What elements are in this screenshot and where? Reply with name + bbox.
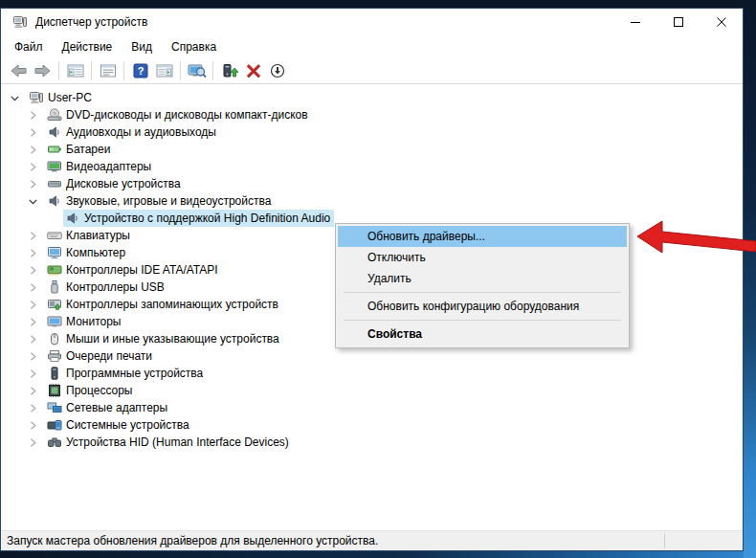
disable-button[interactable] [265,60,289,82]
uninstall-button[interactable] [241,60,265,82]
forward-button[interactable] [31,60,55,82]
tree-node[interactable]: DVD-дисководы и дисководы компакт-дисков [45,106,312,123]
chevron-right-icon[interactable] [29,123,45,141]
printer-icon [47,348,62,364]
tree-node-selected[interactable]: Устройство с поддержкой High Definition … [63,210,334,227]
tree-item-dvd-drives[interactable]: DVD-дисководы и дисководы компакт-дисков [1,106,743,123]
back-button[interactable] [7,60,31,82]
tree-item-print-queues[interactable]: Очереди печати [1,347,743,365]
menu-view[interactable]: Вид [122,36,162,57]
tree-node[interactable]: Процессоры [45,382,137,399]
menu-item-scan-hardware[interactable]: Обновить конфигурацию оборудования [338,296,627,317]
menu-help[interactable]: Справка [162,36,226,57]
annotation-arrow [622,216,756,262]
menu-item-disable-device[interactable]: Отключить [338,247,627,268]
show-action-pane-button[interactable] [152,60,176,82]
chevron-placeholder [47,210,63,227]
tree-item-audio-inputs-outputs[interactable]: Аудиовходы и аудиовыходы [1,123,743,141]
chevron-right-icon[interactable] [29,244,45,261]
chevron-right-icon[interactable] [29,416,45,434]
window-controls [613,9,743,35]
tree-node[interactable]: User-PC [27,89,96,106]
chevron-down-icon[interactable] [11,89,27,106]
chevron-right-icon[interactable] [29,330,45,347]
tree-node[interactable]: Аудиовходы и аудиовыходы [45,123,220,141]
chevron-right-icon[interactable] [29,434,45,451]
chevron-down-icon[interactable] [29,192,45,210]
tree-node[interactable]: Звуковые, игровые и видеоустройства [45,192,275,210]
tree-item-sound-video-game[interactable]: Звуковые, игровые и видеоустройства [1,192,743,210]
status-text: Запуск мастера обновления драйверов для … [1,534,664,547]
context-menu: Обновить драйверы...ОтключитьУдалитьОбно… [335,223,630,348]
update-driver-button[interactable] [217,60,241,82]
tree-item-disk-devices[interactable]: Дисковые устройства [1,175,743,192]
tree-node[interactable]: Системные устройства [45,416,193,434]
chevron-right-icon[interactable] [29,106,45,123]
tree-item-network-adapters[interactable]: Сетевые адаптеры [1,399,743,416]
chevron-right-icon[interactable] [29,296,45,313]
menu-item-update-drivers[interactable]: Обновить драйверы... [338,226,627,247]
arrow-right-icon [33,63,52,78]
chevron-right-icon[interactable] [29,382,45,399]
menu-file[interactable]: Файл [5,36,53,57]
tree-node[interactable]: Программные устройства [45,365,207,382]
toolbar-separator [212,61,213,80]
tree-node[interactable]: Контроллеры USB [45,279,168,296]
tree-node[interactable]: Компьютер [45,244,129,261]
tree-item-label: Компьютер [66,246,125,259]
tree-item-label: Устройства HID (Human Interface Devices) [66,435,289,449]
tree-item-video-adapters[interactable]: Видеоадаптеры [1,158,743,175]
close-button[interactable] [700,9,743,35]
speaker-icon [65,211,80,226]
disk-drive-icon [47,176,62,191]
menu-item-properties[interactable]: Свойства [338,324,627,345]
chevron-right-icon[interactable] [29,347,45,365]
tree-item-software-devices[interactable]: Программные устройства [1,365,743,382]
tree-node[interactable]: Клавиатуры [45,227,134,244]
tree-node[interactable]: Контроллеры IDE ATA/ATAPI [45,261,222,279]
tree-item-processors[interactable]: Процессоры [1,382,743,399]
help-button[interactable]: ? [128,60,152,82]
tree-node[interactable]: Мыши и иные указывающие устройства [45,330,283,347]
chevron-right-icon[interactable] [29,158,45,175]
speaker-icon [47,193,62,209]
tree-item-label: User-PC [48,91,92,104]
properties-button[interactable] [96,60,120,82]
tree-node[interactable]: Сетевые адаптеры [45,399,171,416]
chevron-right-icon[interactable] [29,175,45,192]
tree-item-label: Очереди печати [66,349,152,363]
toolbar-separator [91,61,92,80]
tree-item-hid-devices[interactable]: Устройства HID (Human Interface Devices) [1,434,743,451]
context-menu-separator [344,292,621,293]
menu-item-uninstall-device[interactable]: Удалить [338,268,627,289]
tree-item-system-devices[interactable]: Системные устройства [1,416,743,434]
maximize-button[interactable] [656,9,700,35]
minimize-button[interactable] [613,9,656,35]
speaker-icon [47,124,62,140]
action-pane-icon [156,63,173,78]
chevron-right-icon[interactable] [29,227,45,244]
status-bar: Запуск мастера обновления драйверов для … [1,530,743,550]
tree-item-batteries[interactable]: Батареи [1,141,743,158]
tree-node[interactable]: Дисковые устройства [45,175,185,192]
chevron-right-icon[interactable] [29,279,45,296]
tree-node[interactable]: Батареи [45,141,114,158]
status-grip-area [665,531,743,550]
tree-node[interactable]: Видеоадаптеры [45,158,155,175]
chevron-right-icon[interactable] [29,365,45,382]
scan-hardware-changes-button[interactable] [185,60,209,82]
chevron-right-icon[interactable] [29,261,45,279]
titlebar[interactable]: Диспетчер устройств [1,9,743,35]
chevron-right-icon[interactable] [29,399,45,416]
chevron-right-icon[interactable] [29,141,45,158]
tree-item-user-pc[interactable]: User-PC [1,89,743,106]
tree-node[interactable]: Очереди печати [45,347,156,365]
tree-item-label: Контроллеры USB [66,280,165,294]
close-icon [717,17,726,27]
chevron-right-icon[interactable] [29,313,45,330]
tree-node[interactable]: Устройства HID (Human Interface Devices) [45,434,293,451]
tree-node[interactable]: Контроллеры запоминающих устройств [45,296,282,313]
show-console-tree-button[interactable] [63,60,87,82]
tree-node[interactable]: Мониторы [45,313,124,330]
menu-action[interactable]: Действие [53,36,122,57]
